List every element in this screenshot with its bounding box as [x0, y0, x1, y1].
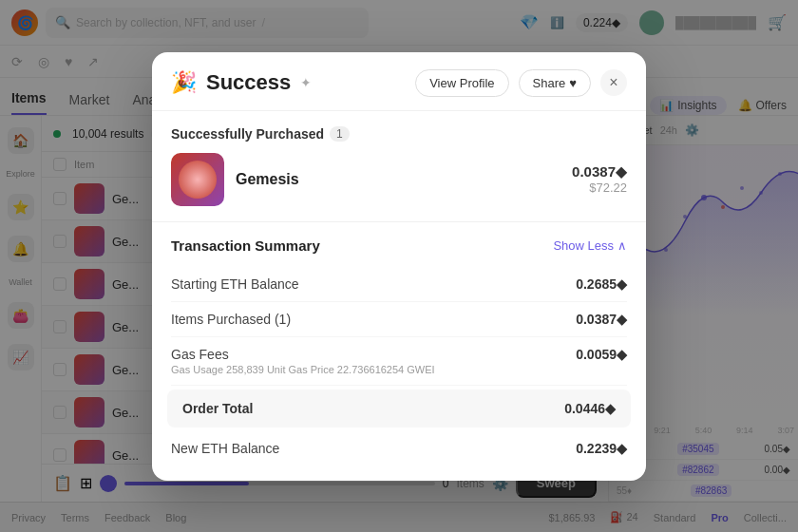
- modal-header: 🎉 Success ✦ View Profile Share ♥ ×: [152, 52, 646, 111]
- new-balance-value: 0.2239◆: [576, 441, 627, 456]
- show-less-label: Show Less: [553, 238, 614, 253]
- order-total-row: Order Total 0.0446◆: [167, 390, 631, 428]
- tx-label-text: Gas Fees: [171, 347, 435, 362]
- tx-sublabel-text: Gas Usage 258,839 Unit Gas Price 22.7366…: [171, 364, 435, 375]
- modal-subtitle-icon: ✦: [300, 75, 312, 90]
- modal-overlay[interactable]: 🎉 Success ✦ View Profile Share ♥ × Succe…: [0, 0, 798, 532]
- transaction-title: Transaction Summary: [171, 238, 320, 254]
- tx-value: 0.2685◆: [576, 276, 627, 292]
- tx-value: 0.0059◆: [576, 347, 627, 362]
- tx-label-text: Starting ETH Balance: [171, 276, 299, 292]
- nft-eth-value: 0.0387◆: [572, 163, 627, 180]
- view-profile-button[interactable]: View Profile: [415, 69, 508, 97]
- tx-value: 0.0387◆: [576, 312, 627, 327]
- tx-label-text: Items Purchased (1): [171, 312, 291, 327]
- order-total-value: 0.0446◆: [564, 401, 616, 416]
- share-button[interactable]: Share ♥: [519, 69, 591, 97]
- new-balance-label: New ETH Balance: [171, 441, 279, 456]
- chevron-up-icon: ∧: [618, 238, 627, 253]
- tx-label: Items Purchased (1): [171, 312, 291, 327]
- share-heart-icon: ♥: [569, 76, 577, 90]
- order-total-label: Order Total: [182, 401, 253, 416]
- tx-label: Starting ETH Balance: [171, 276, 299, 292]
- nft-price-eth: 0.0387◆ $72.22: [572, 163, 627, 195]
- purchased-text: Successfully Purchased: [171, 126, 324, 142]
- nft-thumbnail: [171, 153, 224, 206]
- tx-row-gas: Gas Fees Gas Usage 258,839 Unit Gas Pric…: [171, 337, 627, 386]
- modal-title: Success: [206, 70, 291, 95]
- close-button[interactable]: ×: [600, 69, 627, 96]
- tx-row-items: Items Purchased (1) 0.0387◆: [171, 302, 627, 337]
- party-icon: 🎉: [171, 70, 197, 95]
- nft-item: Gemesis 0.0387◆ $72.22: [171, 153, 627, 206]
- transaction-header: Transaction Summary Show Less ∧: [171, 238, 627, 254]
- tx-row-new-balance: New ETH Balance 0.2239◆: [171, 431, 627, 466]
- purchased-count: 1: [330, 126, 350, 142]
- tx-label: Gas Fees Gas Usage 258,839 Unit Gas Pric…: [171, 347, 435, 375]
- nft-usd-value: $72.22: [572, 180, 627, 195]
- modal-body: Successfully Purchased 1 Gemesis 0.0387◆…: [152, 111, 646, 481]
- nft-name: Gemesis: [236, 171, 299, 188]
- purchased-section: Successfully Purchased 1 Gemesis 0.0387◆…: [152, 111, 646, 222]
- share-label: Share: [533, 76, 566, 90]
- tx-row-starting-balance: Starting ETH Balance 0.2685◆: [171, 267, 627, 302]
- modal-header-actions: View Profile Share ♥ ×: [415, 69, 627, 97]
- transaction-section: Transaction Summary Show Less ∧ Starting…: [152, 222, 646, 481]
- success-modal: 🎉 Success ✦ View Profile Share ♥ × Succe…: [152, 52, 646, 481]
- purchased-label: Successfully Purchased 1: [171, 126, 627, 142]
- nft-thumb-inner: [179, 161, 217, 199]
- show-less-button[interactable]: Show Less ∧: [553, 238, 627, 253]
